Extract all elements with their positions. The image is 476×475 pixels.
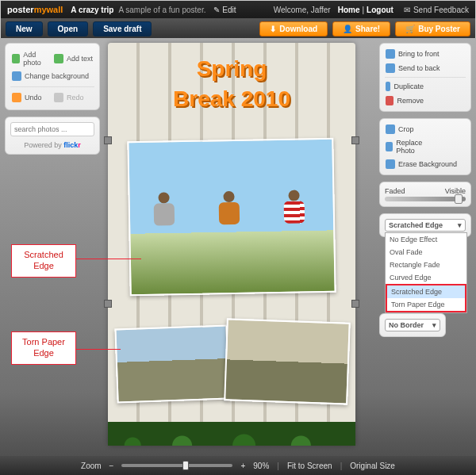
erase-icon: [386, 159, 395, 169]
figure: [279, 196, 310, 246]
add-panel: Add photo Add text Change background Und…: [5, 43, 100, 110]
left-sidebar: Add photo Add text Change background Und…: [5, 43, 100, 161]
figure: [214, 197, 245, 247]
callout-torn-paper-edge: Torn Paper Edge: [11, 331, 76, 365]
undo-icon: [12, 93, 21, 102]
poster-photo-small-right[interactable]: [224, 318, 351, 404]
save-draft-button[interactable]: Save draft: [93, 21, 152, 36]
crop-button[interactable]: Crop: [385, 122, 424, 136]
edge-panel: Scratched Edge▾ No Edge Effect Oval Fade…: [379, 213, 471, 237]
edge-option[interactable]: No Edge Effect: [386, 233, 466, 246]
edge-option[interactable]: Curved Edge: [386, 271, 466, 284]
poster-photo-small-left[interactable]: [114, 325, 229, 404]
edge-effect-select[interactable]: Scratched Edge▾: [385, 219, 466, 232]
bring-to-front-button[interactable]: Bring to front: [385, 47, 466, 61]
edge-effect-dropdown: No Edge Effect Oval Fade Rectangle Fade …: [385, 232, 467, 313]
send-to-back-button[interactable]: Send to back: [385, 61, 466, 75]
figure: [149, 198, 180, 248]
redo-button[interactable]: Redo: [52, 90, 94, 105]
edge-highlight-group: Scratched Edge Torn Paper Edge: [386, 284, 466, 312]
original-size-button[interactable]: Original Size: [350, 462, 395, 470]
zoom-plus-icon[interactable]: +: [240, 462, 245, 470]
selection-handle[interactable]: [351, 136, 359, 144]
zoom-value: 90%: [253, 462, 269, 470]
new-button[interactable]: New: [6, 21, 43, 36]
duplicate-icon: [386, 82, 390, 91]
callout-line: [76, 349, 121, 350]
callout-line: [76, 259, 141, 259]
poster-title-text[interactable]: SpringBreak 2010: [108, 54, 355, 114]
callout-scratched-edge: Scratched Edge: [11, 244, 76, 278]
poster-grass-decoration: [108, 398, 355, 446]
download-icon: ⬇: [270, 25, 276, 33]
background-icon: [12, 71, 21, 81]
replace-icon: [386, 142, 393, 151]
action-bar: New Open Save draft ⬇Download 👤Share! 🛒B…: [1, 18, 475, 39]
plus-icon: [54, 54, 63, 63]
top-header: postermywall A crazy trip A sample of a …: [1, 1, 475, 18]
chevron-down-icon: ▾: [458, 221, 462, 229]
replace-photo-button[interactable]: Replace Photo: [385, 136, 433, 157]
erase-background-button[interactable]: Erase Background: [385, 157, 466, 171]
arrange-panel: Bring to front Send to back Duplicate Re…: [379, 43, 471, 112]
selection-handle[interactable]: [351, 300, 359, 308]
back-icon: [386, 63, 395, 73]
zoom-label: Zoom: [81, 462, 102, 470]
document-title: A crazy trip: [71, 6, 113, 14]
logout-link[interactable]: Logout: [367, 6, 393, 14]
powered-by-text: Powered by flickr: [10, 141, 94, 149]
zoom-thumb[interactable]: [182, 461, 189, 470]
selection-handle[interactable]: [104, 136, 112, 144]
photo-tools-panel: Crop Replace Photo Erase Background: [379, 118, 471, 175]
add-photo-button[interactable]: Add photo: [10, 48, 52, 69]
selection-handle[interactable]: [104, 300, 112, 308]
border-panel: No Border▾: [379, 313, 446, 337]
zoom-bar: Zoom − + 90% | Fit to Screen | Original …: [0, 456, 476, 475]
edit-link[interactable]: ✎ Edit: [213, 6, 236, 14]
buy-poster-button[interactable]: 🛒Buy Poster: [395, 21, 470, 36]
border-select[interactable]: No Border▾: [385, 319, 440, 331]
remove-button[interactable]: Remove: [385, 94, 424, 108]
crop-icon: [386, 124, 395, 134]
edge-option-scratched[interactable]: Scratched Edge: [387, 285, 465, 298]
share-icon: 👤: [343, 25, 352, 33]
brand-logo[interactable]: postermywall: [7, 5, 63, 14]
undo-button[interactable]: Undo: [10, 90, 52, 105]
opacity-panel: FadedVisible: [379, 182, 471, 207]
send-feedback-link[interactable]: ✉ Send Feedback: [404, 6, 469, 14]
fit-to-screen-button[interactable]: Fit to Screen: [287, 462, 332, 470]
home-link[interactable]: Home: [338, 6, 360, 14]
document-subtitle: A sample of a fun poster.: [118, 6, 205, 14]
editor-stage: Add photo Add text Change background Und…: [0, 38, 476, 456]
duplicate-button[interactable]: Duplicate: [385, 79, 424, 94]
edge-option[interactable]: Oval Fade: [386, 246, 466, 259]
faded-label: Faded: [385, 187, 405, 195]
add-text-button[interactable]: Add text: [52, 48, 94, 69]
edge-option-torn[interactable]: Torn Paper Edge: [387, 298, 465, 311]
edge-option[interactable]: Rectangle Fade: [386, 259, 466, 271]
cart-icon: 🛒: [405, 25, 415, 33]
plus-icon: [12, 54, 20, 63]
zoom-slider[interactable]: [121, 464, 232, 467]
flickr-logo[interactable]: flickr: [63, 141, 81, 149]
redo-icon: [54, 93, 63, 102]
search-panel: Powered by flickr: [5, 117, 100, 155]
poster-photo-main[interactable]: [127, 138, 336, 297]
right-sidebar: Bring to front Send to back Duplicate Re…: [379, 43, 471, 343]
share-button[interactable]: 👤Share!: [332, 21, 390, 36]
zoom-minus-icon[interactable]: −: [109, 462, 114, 470]
remove-icon: [386, 96, 393, 105]
welcome-text: Welcome, Jaffer: [274, 6, 331, 14]
front-icon: [386, 49, 395, 59]
download-button[interactable]: ⬇Download: [259, 21, 328, 36]
open-button[interactable]: Open: [48, 21, 89, 36]
chevron-down-icon: ▾: [432, 321, 436, 329]
slider-thumb[interactable]: [455, 194, 463, 204]
change-background-button[interactable]: Change background: [10, 69, 94, 83]
poster-canvas[interactable]: SpringBreak 2010: [108, 43, 355, 446]
search-input[interactable]: [10, 122, 94, 136]
opacity-slider[interactable]: [385, 197, 466, 201]
